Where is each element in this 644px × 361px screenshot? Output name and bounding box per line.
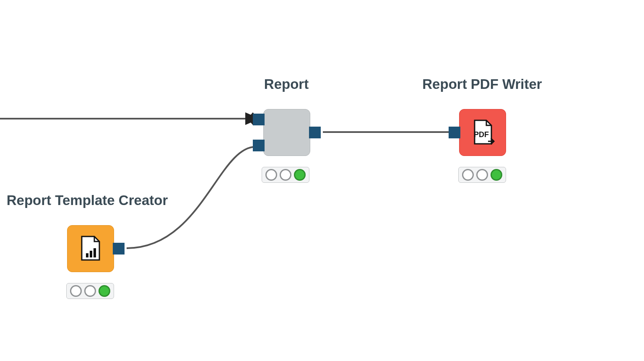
node-template-creator-status <box>66 283 114 299</box>
node-report-status <box>262 167 309 183</box>
document-chart-icon <box>78 235 103 262</box>
node-pdf-writer-status <box>458 167 506 183</box>
node-pdf-writer-label: Report PDF Writer <box>422 76 542 92</box>
workflow-canvas[interactable]: Report Report PDF Writer PDF Report Temp… <box>0 0 644 361</box>
status-light-off-icon <box>280 169 291 181</box>
status-light-off-icon <box>70 285 82 297</box>
node-template-creator-out-port[interactable] <box>113 243 125 255</box>
svg-rect-2 <box>90 251 92 257</box>
status-light-off-icon <box>84 285 96 297</box>
svg-text:PDF: PDF <box>474 130 489 139</box>
status-light-off-icon <box>476 169 488 181</box>
status-light-green-icon <box>491 169 502 181</box>
node-pdf-writer-in-port[interactable] <box>449 127 460 138</box>
node-report-label: Report <box>264 76 309 92</box>
svg-rect-3 <box>93 248 96 257</box>
node-report-out-port[interactable] <box>309 127 321 138</box>
status-light-green-icon <box>294 169 306 181</box>
pdf-file-icon: PDF <box>470 119 496 146</box>
svg-rect-1 <box>86 253 88 257</box>
status-light-green-icon <box>99 285 110 297</box>
connectors <box>0 0 644 361</box>
node-report-in-port-1[interactable] <box>253 114 265 125</box>
node-pdf-writer[interactable]: PDF <box>459 109 506 156</box>
node-report[interactable] <box>263 109 310 156</box>
node-report-in-port-2[interactable] <box>253 140 265 151</box>
status-light-off-icon <box>462 169 474 181</box>
node-template-creator-label: Report Template Creator <box>7 192 168 208</box>
node-template-creator[interactable] <box>67 225 114 272</box>
status-light-off-icon <box>265 169 277 181</box>
